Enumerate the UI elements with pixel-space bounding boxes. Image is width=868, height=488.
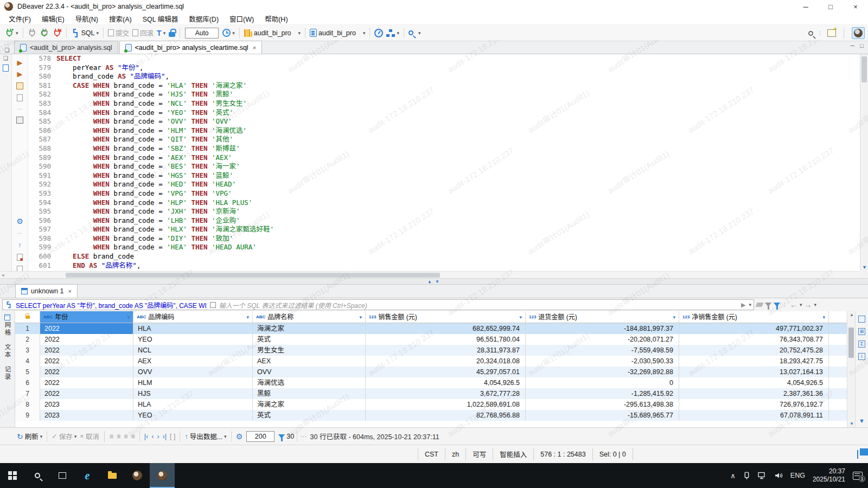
commit-mode-box[interactable]: Auto bbox=[185, 28, 219, 38]
fetch-size-input[interactable]: 200 bbox=[246, 431, 275, 442]
grid-cell[interactable]: 45,297,057.01 bbox=[366, 367, 526, 377]
add-row-button[interactable]: ≡ bbox=[108, 432, 115, 441]
autocommit-lock[interactable] bbox=[167, 28, 177, 38]
code-line[interactable]: 585 WHEN brand_code = 'OVV' THEN 'OVV' bbox=[28, 117, 860, 126]
column-header[interactable]: ABC年份▾ bbox=[40, 311, 133, 323]
db-search-button[interactable]: ▾ bbox=[407, 29, 423, 37]
grid-cell[interactable]: -32,269,892.88 bbox=[526, 367, 679, 377]
grid-cell[interactable]: -184,881,997.37 bbox=[526, 323, 679, 334]
next-page-button[interactable]: › bbox=[155, 432, 161, 441]
table-row[interactable]: 22022YEO英式96,551,780.04-20,208,071.2776,… bbox=[15, 334, 847, 345]
grid-cell[interactable]: 2023 bbox=[40, 410, 133, 421]
grid-cell[interactable]: 20,752,475.28 bbox=[679, 345, 829, 356]
cancel-button[interactable]: × 取消 bbox=[78, 430, 100, 442]
grid-cell[interactable]: 82,768,956.88 bbox=[366, 410, 526, 421]
column-header[interactable]: 123退货金额 (元)▾ bbox=[526, 311, 679, 323]
code-line[interactable]: 599 WHEN brand_code = 'HEA' THEN 'HEAD A… bbox=[28, 243, 860, 252]
action-center-icon[interactable]: 1 bbox=[853, 472, 863, 480]
code-line[interactable]: 581 CASE WHEN brand_code = 'HLA' THEN '海… bbox=[28, 81, 860, 91]
grid-cell[interactable]: 0 bbox=[526, 377, 679, 388]
quick-search-icon[interactable] bbox=[808, 31, 813, 36]
row-number[interactable]: 8 bbox=[15, 399, 40, 410]
dbeaver-perspective-button[interactable] bbox=[852, 27, 865, 39]
value-panel-icon[interactable] bbox=[858, 316, 865, 323]
code-line[interactable]: 588 WHEN brand_code = 'SBZ' THEN '斯搏兹' bbox=[28, 144, 860, 153]
row-number[interactable]: 2 bbox=[15, 334, 40, 345]
sql-editor-button[interactable]: SQL ▾ bbox=[69, 28, 101, 38]
grid-vertical-scrollbar[interactable]: ▲ ▼ bbox=[847, 311, 855, 427]
scrollbar-thumb[interactable] bbox=[66, 273, 440, 278]
code-line[interactable]: 578SELECT bbox=[28, 54, 860, 63]
grid-cell[interactable]: -2,030,590.33 bbox=[526, 356, 679, 367]
code-line[interactable]: 590 WHEN brand_code = 'BES' THEN '海一家' bbox=[28, 162, 860, 171]
grid-cell[interactable]: 67,078,991.11 bbox=[679, 410, 829, 421]
restore-icon[interactable]: ❏ bbox=[3, 55, 8, 61]
refresh-button[interactable]: ↻ 刷新 ▾ bbox=[15, 430, 44, 442]
grid-cell[interactable]: 2022 bbox=[40, 345, 133, 356]
edit-row-button[interactable]: ≡ bbox=[130, 432, 137, 441]
filter-input[interactable]: SELECT perYear AS "年份", brand_code AS "品… bbox=[2, 299, 754, 310]
sort-caret-icon[interactable]: ▾ bbox=[673, 311, 675, 323]
language-indicator[interactable]: ENG bbox=[790, 472, 805, 479]
last-page-button[interactable]: ›| bbox=[161, 432, 168, 441]
grid-cell[interactable]: AEX bbox=[133, 356, 253, 367]
row-number[interactable]: 4 bbox=[15, 356, 40, 367]
grid-cell[interactable]: -1,285,415.92 bbox=[526, 388, 679, 399]
metadata-panel-icon[interactable]: i bbox=[858, 353, 865, 360]
grid-cell[interactable]: NCL bbox=[133, 345, 253, 356]
grid-cell[interactable]: 英式 bbox=[253, 334, 366, 345]
maximize-panel-icon[interactable]: □ bbox=[860, 42, 864, 49]
grid-cell[interactable]: 海澜之家 bbox=[253, 399, 366, 410]
transaction-mode-button[interactable]: T ▾ bbox=[155, 28, 167, 38]
row-number[interactable]: 5 bbox=[15, 367, 40, 377]
save-button[interactable]: ✓ 保存 ▾ bbox=[50, 430, 78, 442]
sort-caret-icon[interactable]: ▾ bbox=[359, 311, 362, 323]
prev-page-button[interactable]: ‹ bbox=[150, 432, 155, 441]
grid-cell[interactable]: 3,672,777.28 bbox=[366, 388, 526, 399]
grid-cell[interactable]: 2,387,361.36 bbox=[679, 388, 829, 399]
taskbar-clock[interactable]: 20:37 2025/10/21 bbox=[813, 467, 845, 484]
expand-filter-icon[interactable] bbox=[210, 302, 216, 308]
caret-down-icon[interactable]: ▾ bbox=[800, 302, 802, 307]
log-file-icon[interactable] bbox=[17, 254, 23, 261]
row-number[interactable]: 3 bbox=[15, 345, 40, 356]
disconnect-button[interactable] bbox=[26, 27, 39, 38]
grid-cell[interactable]: -7,559,498.59 bbox=[526, 345, 679, 356]
grid-cell[interactable]: 海澜优选 bbox=[253, 377, 366, 388]
result-view-tab-text[interactable]: 文本 bbox=[3, 344, 12, 358]
sort-caret-icon[interactable]: ▾ bbox=[127, 311, 130, 323]
usb-icon[interactable] bbox=[743, 472, 750, 480]
scroll-down-icon[interactable]: ▼ bbox=[850, 421, 854, 426]
explain-plan-icon[interactable] bbox=[17, 94, 23, 101]
sort-caret-icon[interactable]: ▾ bbox=[822, 311, 825, 323]
panel-expand-icon[interactable]: ▼ bbox=[859, 418, 865, 424]
grid-cell[interactable]: 2022 bbox=[40, 377, 133, 388]
table-row[interactable]: 92023YEO英式82,768,956.88-15,689,965.7767,… bbox=[15, 410, 847, 421]
execute-statement-button[interactable]: ▶ bbox=[17, 60, 23, 66]
transaction-log-button[interactable]: ▾ bbox=[221, 28, 237, 38]
grid-cell[interactable]: 2023 bbox=[40, 399, 133, 410]
grid-cell[interactable]: OVV bbox=[253, 367, 366, 377]
network-icon[interactable] bbox=[758, 472, 767, 479]
grid-cell[interactable]: 28,311,973.87 bbox=[366, 345, 526, 356]
grid-cell[interactable]: 20,324,018.08 bbox=[366, 356, 526, 367]
grid-cell[interactable]: 4,054,926.5 bbox=[679, 377, 829, 388]
column-header[interactable]: ABC品牌编码▾ bbox=[133, 311, 253, 323]
file-explorer-button[interactable] bbox=[100, 463, 125, 488]
table-row[interactable]: 42022AEXAEX20,324,018.08-2,030,590.3318,… bbox=[15, 356, 847, 367]
duplicate-row-button[interactable]: ≡ bbox=[115, 432, 122, 441]
reconnect-button[interactable] bbox=[39, 27, 51, 38]
taskbar-search-button[interactable] bbox=[25, 463, 50, 488]
table-row[interactable]: 52022OVVOVV45,297,057.01-32,269,892.8813… bbox=[15, 367, 847, 377]
column-header[interactable]: ABC品牌名称▾ bbox=[253, 311, 366, 323]
fetch-all-button[interactable]: [ ] bbox=[168, 432, 177, 441]
grid-corner-lock[interactable] bbox=[15, 311, 40, 323]
code-line[interactable]: 589 WHEN brand_code = 'AEX' THEN 'AEX' bbox=[28, 153, 860, 163]
close-button[interactable]: × bbox=[843, 0, 868, 13]
grid-cell[interactable]: 497,771,002.37 bbox=[679, 323, 829, 334]
grid-cell[interactable]: HLA bbox=[133, 323, 253, 334]
menu-item[interactable]: 帮助(H) bbox=[259, 12, 293, 25]
grid-cell[interactable]: OVV bbox=[133, 367, 253, 377]
first-page-button[interactable]: |‹ bbox=[143, 432, 150, 441]
grid-settings-gear[interactable]: ⚙ bbox=[234, 431, 245, 442]
